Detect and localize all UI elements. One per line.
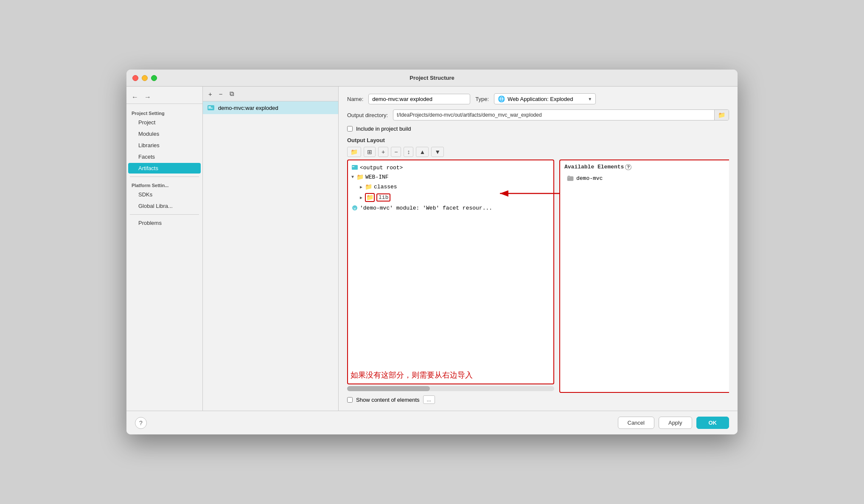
- nav-back-button[interactable]: ←: [130, 92, 140, 102]
- layout-down-btn[interactable]: ▼: [431, 147, 444, 157]
- section-platform-setting: Platform Settin...: [126, 181, 202, 189]
- svg-text:W: W: [354, 207, 356, 210]
- name-input[interactable]: [368, 94, 470, 104]
- include-label: Include in project build: [356, 126, 411, 132]
- close-button[interactable]: [132, 75, 138, 81]
- output-dir-browse-button[interactable]: 📁: [714, 110, 729, 120]
- artifact-toolbar: + − ⧉: [203, 87, 338, 101]
- artifact-item-demo-mvc[interactable]: demo-mvc:war exploded: [203, 101, 338, 114]
- artifact-small-icon: [351, 164, 358, 171]
- ellipsis-button[interactable]: ...: [423, 395, 435, 404]
- cancel-button[interactable]: Cancel: [618, 417, 654, 429]
- artifact-list-panel: + − ⧉ demo-mvc:war exploded: [203, 87, 339, 411]
- available-help-icon[interactable]: ?: [625, 164, 631, 170]
- sidebar-item-problems[interactable]: Problems: [128, 218, 201, 228]
- layout-add-btn[interactable]: +: [378, 147, 388, 157]
- nav-forward-button[interactable]: →: [143, 92, 153, 102]
- type-select[interactable]: 🌐 Web Application: Exploded ▼: [494, 93, 596, 104]
- tree-scrollbar-thumb[interactable]: [347, 386, 430, 391]
- sidebar-item-modules[interactable]: Modules: [128, 129, 201, 139]
- svg-rect-3: [352, 165, 358, 170]
- artifact-copy-button[interactable]: ⧉: [227, 89, 236, 98]
- sidebar-item-libraries[interactable]: Libraries: [128, 140, 201, 151]
- output-layout-label: Output Layout: [347, 137, 729, 143]
- output-dir-value: t/IdeaProjects/demo-mvc/out/artifacts/de…: [393, 110, 714, 120]
- tree-web-inf[interactable]: ▼ 📁 WEB-INF: [348, 172, 553, 182]
- title-bar: Project Structure: [126, 70, 738, 87]
- facet-icon: W: [351, 204, 358, 211]
- sidebar-item-facets[interactable]: Facets: [128, 151, 201, 162]
- type-dropdown-arrow: ▼: [588, 97, 592, 101]
- main-content: ← → Project Setting Project Modules Libr…: [126, 87, 738, 411]
- available-elements-panel: Available Elements? demo-mvc: [559, 160, 729, 393]
- layout-grid-btn[interactable]: ⊞: [364, 147, 376, 157]
- layout-remove-btn[interactable]: −: [391, 147, 401, 157]
- output-dir-label: Output directory:: [347, 112, 388, 118]
- layout-toolbar: 📁 ⊞ + − ↕ ▲ ▼: [347, 147, 729, 157]
- include-row: Include in project build: [347, 126, 729, 132]
- show-content-checkbox[interactable]: [347, 397, 353, 403]
- tree-output-root-label: <output root>: [360, 165, 403, 171]
- layout-sort-btn[interactable]: ↕: [404, 147, 413, 157]
- type-value: Web Application: Exploded: [508, 96, 585, 102]
- layout-up-btn[interactable]: ▲: [416, 147, 429, 157]
- include-checkbox[interactable]: [347, 126, 353, 132]
- sidebar: ← → Project Setting Project Modules Libr…: [126, 87, 203, 411]
- artifact-list-content: demo-mvc:war exploded: [203, 101, 338, 411]
- tree-classes[interactable]: ▶ 📁 classes: [348, 182, 553, 192]
- bottom-right: Cancel Apply OK: [618, 417, 729, 429]
- apply-button[interactable]: Apply: [659, 417, 692, 429]
- tree-output-root[interactable]: <output root>: [348, 163, 553, 172]
- lib-arrow[interactable]: ▶: [360, 195, 362, 200]
- classes-folder-icon: 📁: [365, 183, 372, 190]
- sidebar-divider: [130, 176, 199, 177]
- svg-rect-4: [352, 166, 354, 167]
- bottom-bar: ? Cancel Apply OK: [126, 411, 738, 434]
- name-row: Name: Type: 🌐 Web Application: Exploded …: [347, 93, 729, 104]
- window-title: Project Structure: [410, 75, 454, 81]
- artifact-icon: [207, 104, 215, 112]
- tree-facet-resource[interactable]: W 'demo-mvc' module: 'Web' facet resour.…: [348, 203, 553, 213]
- tree-classes-label: classes: [374, 184, 397, 190]
- traffic-lights: [132, 75, 157, 81]
- svg-rect-10: [568, 176, 570, 177]
- classes-arrow[interactable]: ▶: [360, 185, 362, 190]
- bottom-left: ?: [135, 417, 618, 429]
- svg-rect-1: [208, 106, 211, 107]
- project-structure-window: Project Structure ← → Project Setting Pr…: [126, 70, 738, 434]
- type-icon: 🌐: [498, 95, 505, 102]
- available-demo-mvc-label: demo-mvc: [576, 175, 603, 182]
- available-item-demo-mvc[interactable]: demo-mvc: [560, 174, 729, 183]
- tree-scrollbar[interactable]: [347, 386, 554, 391]
- output-layout-area: 📁 ⊞ + − ↕ ▲ ▼: [347, 147, 729, 404]
- maximize-button[interactable]: [151, 75, 157, 81]
- artifact-add-button[interactable]: +: [206, 89, 214, 98]
- section-project-setting: Project Setting: [126, 109, 202, 117]
- sidebar-item-sdks[interactable]: SDKs: [128, 189, 201, 200]
- lib-folder-icon: 📁: [365, 193, 375, 202]
- sidebar-item-project[interactable]: Project: [128, 117, 201, 128]
- help-button[interactable]: ?: [135, 417, 147, 429]
- available-folder-icon: [567, 175, 574, 182]
- sidebar-item-global-libraries[interactable]: Global Libra...: [128, 201, 201, 211]
- sidebar-item-artifacts[interactable]: Artifacts: [128, 163, 201, 174]
- type-label: Type:: [475, 96, 489, 102]
- artifact-name: demo-mvc:war exploded: [218, 105, 278, 111]
- ok-button[interactable]: OK: [696, 417, 729, 429]
- show-content-row: Show content of elements ...: [347, 395, 729, 404]
- available-elements-header: Available Elements?: [560, 160, 729, 174]
- artifact-remove-button[interactable]: −: [217, 89, 225, 98]
- name-label: Name:: [347, 96, 363, 102]
- nav-toolbar: ← →: [126, 91, 202, 104]
- svg-rect-2: [208, 108, 213, 109]
- detail-panel: Name: Type: 🌐 Web Application: Exploded …: [339, 87, 738, 411]
- tree-web-inf-label: WEB-INF: [365, 174, 389, 180]
- layout-folder-btn[interactable]: 📁: [347, 147, 361, 157]
- tree-lib[interactable]: ▶ 📁 lib: [348, 192, 553, 203]
- output-dir-input-container: t/IdeaProjects/demo-mvc/out/artifacts/de…: [393, 109, 729, 120]
- sidebar-divider-2: [130, 214, 199, 215]
- minimize-button[interactable]: [142, 75, 148, 81]
- show-content-label: Show content of elements: [356, 397, 420, 403]
- web-inf-arrow[interactable]: ▼: [351, 175, 354, 179]
- tree-lib-label: lib: [376, 193, 390, 202]
